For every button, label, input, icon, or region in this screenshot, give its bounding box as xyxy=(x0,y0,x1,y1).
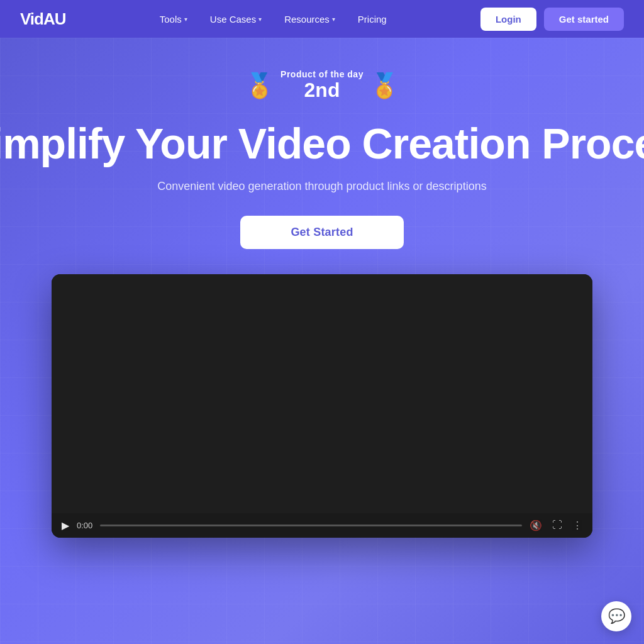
laurel-right-icon: 🏅 xyxy=(370,74,399,97)
hero-section: 🏅 Product of the day 2nd 🏅 Simplify Your… xyxy=(0,38,644,644)
progress-bar[interactable] xyxy=(100,525,522,526)
hero-content: 🏅 Product of the day 2nd 🏅 Simplify Your… xyxy=(0,69,644,538)
video-player: ▶ 0:00 🔇 ⛶ ⋮ xyxy=(52,274,592,538)
more-options-icon[interactable]: ⋮ xyxy=(572,519,582,531)
nav-item-resources[interactable]: Resources ▾ xyxy=(275,9,344,30)
nav-menu: Tools ▾ Use Cases ▾ Resources ▾ Pricing xyxy=(151,9,396,30)
navbar-actions: Login Get started xyxy=(480,8,624,31)
mute-icon[interactable]: 🔇 xyxy=(530,519,542,531)
control-icons: 🔇 ⛶ ⋮ xyxy=(530,519,582,531)
chat-icon: 💬 xyxy=(608,608,625,625)
laurel-left-icon: 🏅 xyxy=(245,74,274,97)
get-started-nav-button[interactable]: Get started xyxy=(544,8,624,31)
fullscreen-icon[interactable]: ⛶ xyxy=(552,519,562,531)
badge-text: Product of the day 2nd xyxy=(280,69,364,101)
hero-subheading: Convenient video generation through prod… xyxy=(157,180,486,193)
nav-item-pricing[interactable]: Pricing xyxy=(349,9,396,30)
badge-label: Product of the day xyxy=(280,69,364,79)
nav-pricing-label: Pricing xyxy=(358,14,387,25)
chevron-down-icon: ▾ xyxy=(332,16,335,23)
navbar: VidAU Tools ▾ Use Cases ▾ Resources ▾ Pr… xyxy=(0,0,644,38)
video-screen[interactable] xyxy=(52,274,592,513)
time-display: 0:00 xyxy=(77,521,92,530)
play-button[interactable]: ▶ xyxy=(62,519,69,531)
nav-use-cases-label: Use Cases xyxy=(210,14,256,25)
nav-tools-label: Tools xyxy=(160,14,182,25)
get-started-hero-button[interactable]: Get Started xyxy=(240,216,403,249)
nav-item-use-cases[interactable]: Use Cases ▾ xyxy=(201,9,270,30)
nav-item-tools[interactable]: Tools ▾ xyxy=(151,9,196,30)
badge-rank: 2nd xyxy=(304,79,340,101)
nav-resources-label: Resources xyxy=(284,14,330,25)
login-button[interactable]: Login xyxy=(480,8,536,31)
chevron-down-icon: ▾ xyxy=(258,16,262,23)
chat-bubble-button[interactable]: 💬 xyxy=(601,601,631,631)
chevron-down-icon: ▾ xyxy=(184,16,187,23)
video-controls: ▶ 0:00 🔇 ⛶ ⋮ xyxy=(52,513,592,538)
product-badge: 🏅 Product of the day 2nd 🏅 xyxy=(245,69,399,101)
hero-heading: Simplify Your Video Creation Proces xyxy=(0,120,644,167)
brand-logo[interactable]: VidAU xyxy=(20,9,66,29)
